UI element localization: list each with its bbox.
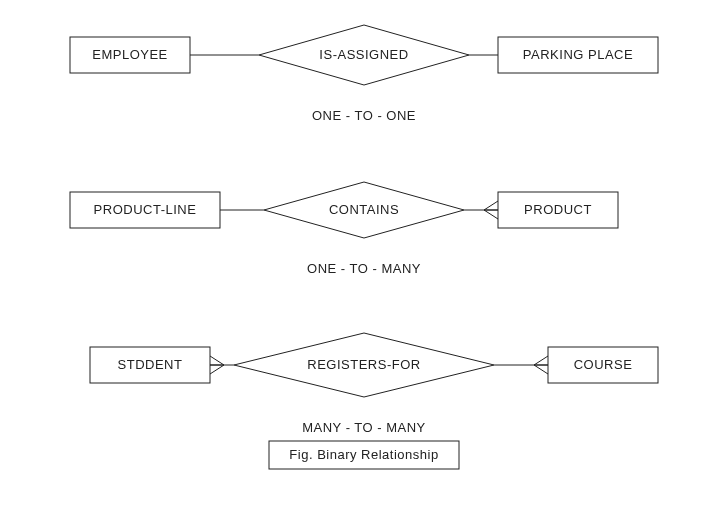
entity-right-0-label: PARKING PLACE bbox=[523, 47, 633, 62]
cardinality-label-1: ONE - TO - MANY bbox=[307, 261, 421, 276]
cardinality-label-2: MANY - TO - MANY bbox=[302, 420, 426, 435]
entity-left-1-label: PRODUCT-LINE bbox=[94, 202, 197, 217]
figure-caption-label: Fig. Binary Relationship bbox=[289, 447, 438, 462]
entity-left-0-label: EMPLOYEE bbox=[92, 47, 168, 62]
relationship-0-label: IS-ASSIGNED bbox=[319, 47, 408, 62]
entity-right-1-label: PRODUCT bbox=[524, 202, 592, 217]
relationship-2-label: REGISTERS-FOR bbox=[307, 357, 420, 372]
crows-foot-left-2 bbox=[210, 356, 224, 374]
entity-right-2-label: COURSE bbox=[574, 357, 633, 372]
relationship-1-label: CONTAINS bbox=[329, 202, 399, 217]
cardinality-label-0: ONE - TO - ONE bbox=[312, 108, 416, 123]
crows-foot-right-1 bbox=[484, 201, 498, 219]
er-diagram: EMPLOYEEPARKING PLACEIS-ASSIGNEDONE - TO… bbox=[0, 0, 728, 506]
entity-left-2-label: STDDENT bbox=[118, 357, 183, 372]
crows-foot-right-2 bbox=[534, 356, 548, 374]
